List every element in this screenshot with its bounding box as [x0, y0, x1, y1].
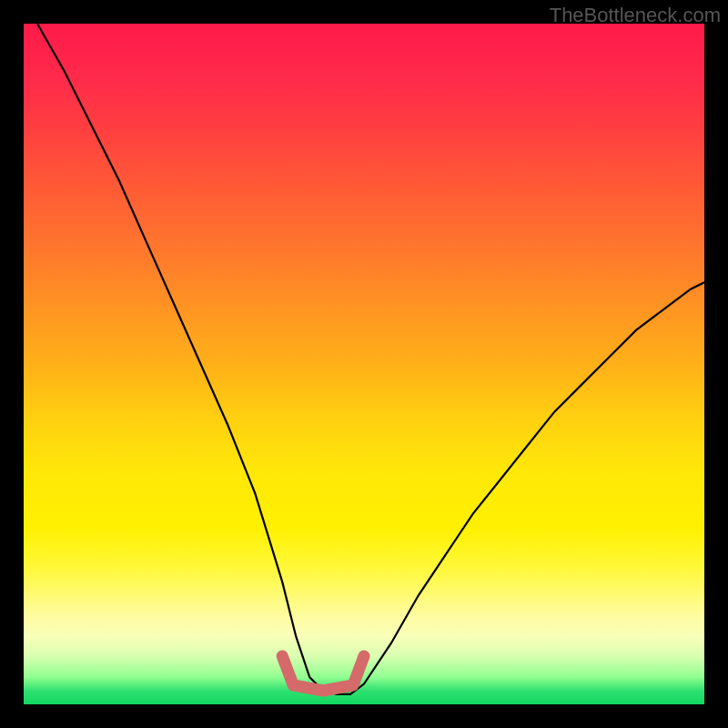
plot-area: [24, 24, 704, 704]
bottleneck-curve: [37, 24, 704, 694]
optimal-range-highlight: [282, 656, 364, 691]
chart-svg: [24, 24, 704, 704]
watermark-text: TheBottleneck.com: [550, 4, 721, 27]
